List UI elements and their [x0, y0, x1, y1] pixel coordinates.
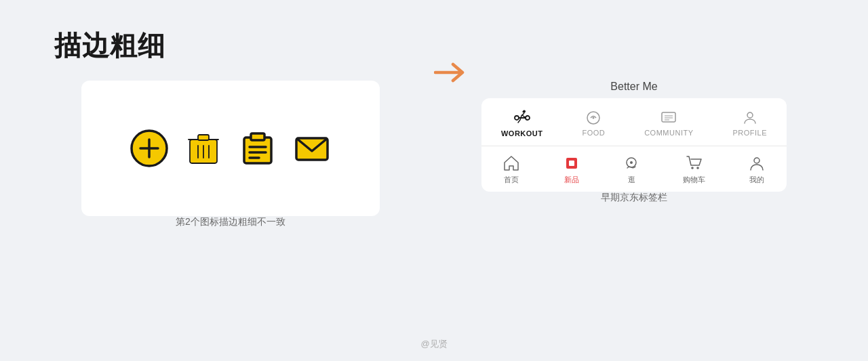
- nav-item-community[interactable]: COMMUNITY: [633, 107, 704, 140]
- svg-rect-10: [251, 133, 264, 140]
- nav-item-workout[interactable]: WORKOUT: [490, 106, 554, 140]
- svg-point-32: [754, 158, 760, 163]
- nav-item-food[interactable]: FOOD: [571, 107, 616, 140]
- jd-nav-new-label: 新品: [564, 175, 579, 185]
- svg-point-29: [630, 161, 633, 164]
- better-me-label: Better Me: [610, 81, 657, 93]
- footer-credit: @见贤: [0, 324, 868, 361]
- app-mockup: WORKOUT FOOD: [481, 98, 787, 192]
- top-nav: WORKOUT FOOD: [481, 98, 787, 146]
- clipboard-icon: [237, 128, 278, 169]
- arrow-icon: [434, 60, 468, 85]
- mail-icon: [292, 128, 332, 169]
- left-section: 第2个图标描边粗细不一致: [81, 81, 420, 228]
- jd-nav-mine[interactable]: 我的: [748, 154, 766, 185]
- svg-point-18: [523, 110, 526, 113]
- page-title: 描边粗细: [54, 27, 868, 64]
- icon-panel: [81, 81, 380, 216]
- jd-bottom-nav: 首页 新品 逛: [481, 146, 787, 192]
- svg-rect-21: [662, 112, 675, 122]
- jd-nav-mine-label: 我的: [749, 175, 764, 185]
- nav-item-profile[interactable]: PROFILE: [722, 107, 778, 140]
- nav-label-workout: WORKOUT: [501, 129, 543, 137]
- svg-point-25: [747, 112, 753, 118]
- svg-rect-27: [569, 161, 574, 166]
- nav-label-profile: PROFILE: [732, 129, 767, 137]
- right-section: Better Me WORKOUT: [481, 81, 787, 204]
- nav-label-community: COMMUNITY: [644, 129, 693, 137]
- content-area: 第2个图标描边粗细不一致 Better Me: [0, 81, 868, 324]
- right-caption: 早期京东标签栏: [481, 192, 787, 204]
- jd-nav-cart[interactable]: 购物车: [683, 154, 705, 185]
- circle-plus-icon: [129, 128, 170, 169]
- nav-label-food: FOOD: [582, 129, 605, 137]
- trash-icon: [183, 128, 224, 169]
- svg-point-20: [593, 117, 595, 119]
- left-caption: 第2个图标描边粗细不一致: [81, 216, 380, 228]
- jd-nav-browse-label: 逛: [628, 175, 635, 185]
- jd-nav-new[interactable]: 新品: [563, 154, 580, 185]
- jd-nav-cart-label: 购物车: [683, 175, 705, 185]
- svg-point-31: [696, 167, 699, 169]
- jd-nav-browse[interactable]: 逛: [623, 154, 640, 185]
- svg-point-30: [691, 167, 694, 169]
- jd-nav-home[interactable]: 首页: [502, 154, 520, 185]
- svg-rect-5: [198, 135, 209, 140]
- jd-nav-home-label: 首页: [504, 175, 519, 185]
